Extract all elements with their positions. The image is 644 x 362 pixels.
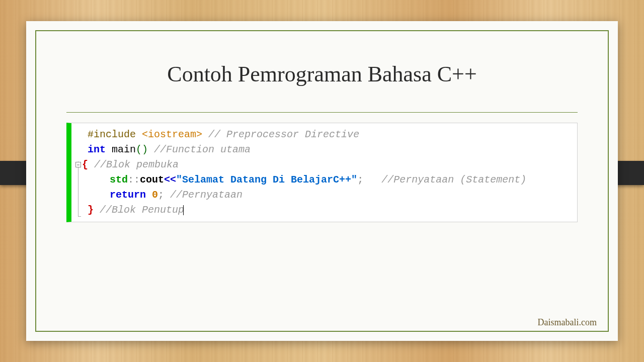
slide-card: Contoh Pemrograman Bahasa C++ #include <… [26,21,618,341]
token-header: <iostream> [142,129,202,140]
token-semicolon: ; [158,189,164,201]
title-divider [66,112,578,113]
slide-title: Contoh Pemrograman Bahasa C++ [66,61,578,87]
slide-inner-frame: Contoh Pemrograman Bahasa C++ #include <… [35,30,609,332]
watermark-text: Daismabali.com [538,317,597,328]
token-comment: //Function utama [154,144,251,155]
token-operator: << [164,174,176,186]
token-brace-close: } [88,204,94,216]
token-number: 0 [152,189,158,201]
token-brace-open: { [82,159,88,170]
code-line-2: int main() //Function utama [75,142,572,157]
token-string: "Selamat Datang Di BelajarC++" [176,174,357,186]
fold-guide-horizontal [78,216,81,217]
token-keyword: return [110,189,152,201]
code-line-6: } //Blok Penutup [75,203,572,218]
code-line-5: return 0; //Pernyataan [75,188,572,203]
token-comment: //Blok pembuka [94,159,179,170]
code-snippet: #include <iostream> // Preprocessor Dire… [66,123,578,222]
code-line-3: { //Blok pembuka [75,157,572,172]
code-line-4: std::cout<<"Selamat Datang Di BelajarC++… [75,172,572,188]
token-comment: // Preprocessor Directive [208,129,359,140]
token-comment: //Blok Penutup [100,204,184,216]
token-comment: //Pernyataan [170,189,243,201]
token-semicolon: ; [357,174,363,186]
token-member: cout [140,174,164,186]
decor-tab-left [0,161,30,185]
fold-minus-icon [75,162,81,167]
token-keyword: int [88,144,112,155]
fold-guide-vertical [78,161,78,217]
decor-tab-right [614,161,644,185]
token-identifier: main [112,144,136,155]
token-comment: //Pernyataan (Statement) [381,174,526,186]
token-preproc: #include [88,129,142,140]
text-cursor-icon [183,205,184,215]
token-paren: () [136,144,148,155]
token-namespace: std [110,174,128,186]
code-line-1: #include <iostream> // Preprocessor Dire… [75,127,572,142]
token-scope: :: [128,174,140,186]
